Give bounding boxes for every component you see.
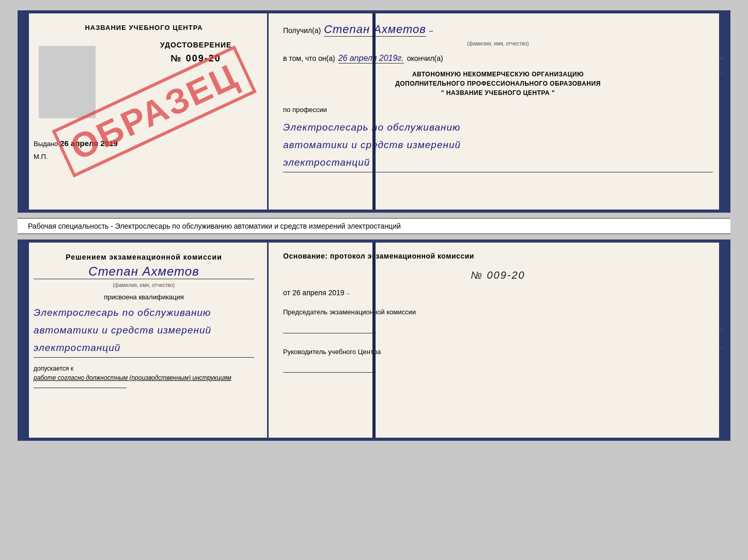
received-line: Получил(а) Степан Ахметов – [283, 23, 713, 37]
qualification-block: Электрослесарь по обслуживанию автоматик… [34, 304, 254, 358]
protocol-date-line: от 26 апреля 2019 – [283, 289, 713, 297]
photo-placeholder [39, 46, 96, 118]
cert-number: № 009-20 [160, 53, 231, 64]
fio-label-top: (фамилия, имя, отчество) [283, 41, 713, 46]
cert-info-block: УДОСТОВЕРЕНИЕ № 009-20 [160, 41, 231, 123]
work-prefix: допускается к [34, 365, 73, 372]
person-name-bottom: Степан Ахметов [34, 264, 254, 279]
cert-title: УДОСТОВЕРЕНИЕ [160, 41, 231, 49]
org-line2: ДОПОЛНИТЕЛЬНОГО ПРОФЕССИОНАЛЬНОГО ОБРАЗО… [283, 79, 713, 88]
qualification-label: присвоена квалификация [34, 293, 254, 301]
side-notations-top: и а ← [720, 55, 725, 92]
note-arrow: ← [720, 86, 725, 92]
note-dash3: – [720, 309, 725, 315]
subtitle-text: Рабочая специальность - Электрослесарь п… [28, 222, 401, 230]
note-i-b: и [720, 326, 725, 332]
qual-line3: электростанций [34, 339, 254, 357]
protocol-number: № 009-20 [283, 269, 713, 281]
org-line3: " НАЗВАНИЕ УЧЕБНОГО ЦЕНТРА " [283, 88, 713, 98]
prof-line1: Электрослесарь по обслуживанию [283, 119, 713, 136]
date-value-top: 26 апреля 2019г. [338, 54, 404, 63]
note-dash6: – [720, 414, 725, 420]
note-dash4: – [720, 379, 725, 385]
note-i: и [720, 55, 725, 61]
basis-page: Основание: протокол экзаменационной коми… [269, 243, 727, 438]
qualification-page: Решением экзаменационной комиссии Степан… [21, 243, 269, 438]
certificate-back: Получил(а) Степан Ахметов – (фамилия, им… [269, 13, 727, 210]
in-that-line: в том, что он(а) 26 апреля 2019г. окончи… [283, 54, 713, 63]
date-dash: – [347, 290, 350, 296]
school-name-top: НАЗВАНИЕ УЧЕБНОГО ЦЕНТРА [34, 24, 254, 31]
work-permit-line: допускается к работе согласно должностны… [34, 365, 254, 381]
qual-line2: автоматики и средств измерений [34, 322, 254, 339]
bottom-document: Решением экзаменационной комиссии Степан… [18, 239, 730, 441]
director-label: Руководитель учебного Центра [283, 347, 713, 357]
org-line1: АВТОНОМНУЮ НЕКОММЕРЧЕСКУЮ ОРГАНИЗАЦИЮ [283, 70, 713, 79]
issued-date: 26 апреля 2019 [60, 139, 118, 148]
signature-line-bottom-left [34, 388, 127, 388]
issued-prefix: Выдано [34, 140, 58, 148]
note-a-b: а [720, 344, 725, 350]
center-spine-bottom [372, 243, 376, 438]
director-block: Руководитель учебного Центра [283, 347, 713, 373]
note-arrow-b: ← [720, 361, 725, 367]
note-dash1: – [720, 274, 725, 280]
subtitle-bar: Рабочая специальность - Электрослесарь п… [18, 218, 730, 234]
issued-line: Выдано 26 апреля 2019 [34, 139, 254, 148]
chairman-block: Председатель экзаменационной комиссии [283, 307, 713, 333]
prof-line3: электростанций [283, 154, 713, 171]
note-dash5: – [720, 396, 725, 403]
decision-title: Решением экзаменационной комиссии [34, 253, 254, 261]
work-italic: работе согласно должностным (производств… [34, 374, 231, 381]
side-notations-bottom: – – – и а ← – – – [720, 274, 725, 420]
protocol-date-val: 26 апреля 2019 [292, 289, 345, 297]
prof-line2: автоматики и средств измерений [283, 136, 713, 154]
finished-suffix: окончил(а) [407, 54, 443, 62]
date-prefix: от [283, 289, 290, 297]
mp-line: М.П. [34, 153, 254, 161]
dash-1: – [429, 27, 433, 35]
note-a: а [720, 70, 725, 76]
org-block: АВТОНОМНУЮ НЕКОММЕРЧЕСКУЮ ОРГАНИЗАЦИЮ ДО… [283, 70, 713, 98]
chairman-sig-line [283, 333, 376, 333]
chairman-label: Председатель экзаменационной комиссии [283, 307, 713, 317]
profession-top: Электрослесарь по обслуживанию автоматик… [283, 119, 713, 172]
basis-title: Основание: протокол экзаменационной коми… [283, 252, 713, 260]
qual-line1: Электрослесарь по обслуживанию [34, 304, 254, 322]
received-prefix: Получил(а) [283, 26, 321, 35]
top-document: НАЗВАНИЕ УЧЕБНОГО ЦЕНТРА УДОСТОВЕРЕНИЕ №… [18, 10, 730, 213]
certificate-front: НАЗВАНИЕ УЧЕБНОГО ЦЕНТРА УДОСТОВЕРЕНИЕ №… [21, 13, 269, 210]
fio-label-bottom: (фамилия, имя, отчество) [34, 282, 254, 288]
in-that-prefix: в том, что он(а) [283, 54, 335, 62]
profession-label-top: по профессии [283, 106, 713, 114]
director-sig-line [283, 372, 376, 373]
note-dash2: – [720, 291, 725, 297]
center-spine [372, 13, 376, 210]
